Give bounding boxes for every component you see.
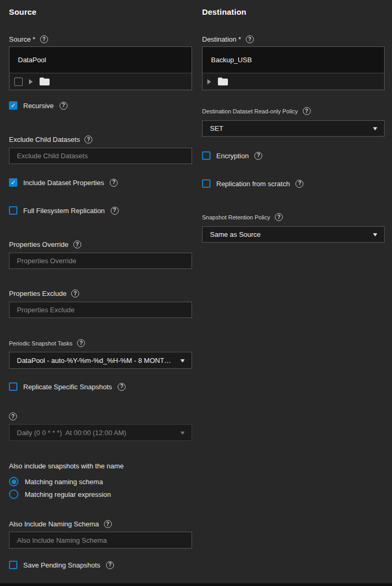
folder-icon[interactable] xyxy=(217,77,228,86)
chevron-down-icon: ▼ xyxy=(371,232,378,237)
from-scratch-label: Replication from scratch xyxy=(216,180,290,188)
readonly-policy-label-row: Destination Dataset Read-only Policy ? xyxy=(202,107,385,115)
help-icon[interactable]: ? xyxy=(104,520,112,528)
schedule-select: Daily (0 0 * * *) At 00:00 (12:00 AM) ▼ xyxy=(9,424,192,441)
schedule-help-row: ? xyxy=(9,412,192,420)
full-fs-label: Full Filesystem Replication xyxy=(23,207,105,215)
chevron-down-icon: ▼ xyxy=(371,126,378,131)
help-icon[interactable]: ? xyxy=(110,179,118,187)
replicate-specific-checkbox[interactable] xyxy=(9,382,17,391)
full-fs-row: Full Filesystem Replication ? xyxy=(9,206,192,215)
naming-schema-label: Also Include Naming Schema xyxy=(9,520,99,528)
help-icon[interactable]: ? xyxy=(275,213,283,221)
periodic-label: Periodic Snapshot Tasks xyxy=(9,340,72,347)
expand-caret-icon[interactable] xyxy=(207,79,211,84)
help-icon[interactable]: ? xyxy=(118,383,126,391)
exclude-label-row: Exclude Child Datasets ? xyxy=(9,136,192,143)
exclude-input[interactable] xyxy=(9,148,192,164)
folder-icon[interactable] xyxy=(39,77,50,86)
chevron-down-icon: ▼ xyxy=(179,358,186,363)
periodic-select-value: DataPool - auto-%Y-%m-%d_%H-%M - 8 MONTH… xyxy=(17,357,176,364)
readonly-policy-value: SET xyxy=(210,124,368,132)
props-override-label: Properties Override xyxy=(9,241,69,248)
from-scratch-checkbox[interactable] xyxy=(202,179,211,188)
help-icon[interactable]: ? xyxy=(73,241,81,248)
retention-value: Same as Source xyxy=(210,230,368,238)
readonly-policy-label: Destination Dataset Read-only Policy xyxy=(202,108,298,114)
naming-schema-radio-label: Matching naming schema xyxy=(25,478,103,486)
help-icon[interactable]: ? xyxy=(295,180,303,188)
help-icon[interactable]: ? xyxy=(77,339,85,347)
destination-dataset-tree: Backup_USB xyxy=(202,46,385,90)
recursive-row: Recursive ? xyxy=(9,101,192,110)
help-icon[interactable]: ? xyxy=(40,35,48,43)
also-include-title: Also include snapshots with the name xyxy=(9,462,192,470)
destination-picker-label-row: Destination * ? xyxy=(202,35,385,43)
retention-select[interactable]: Same as Source ▼ xyxy=(202,226,385,243)
help-icon[interactable]: ? xyxy=(84,136,92,143)
regex-radio-label: Matching regular expression xyxy=(25,491,111,498)
props-exclude-label-row: Properties Exclude ? xyxy=(9,290,192,297)
source-dataset-value[interactable]: DataPool xyxy=(9,47,192,73)
props-exclude-label: Properties Exclude xyxy=(9,290,66,297)
regex-radio[interactable] xyxy=(9,489,18,499)
replicate-specific-label: Replicate Specific Snapshots xyxy=(23,383,112,391)
periodic-label-row: Periodic Snapshot Tasks ? xyxy=(9,339,192,347)
panel-edge xyxy=(0,583,392,586)
source-dataset-tree-row[interactable] xyxy=(9,73,192,90)
replicate-specific-row: Replicate Specific Snapshots ? xyxy=(9,382,192,391)
full-fs-checkbox[interactable] xyxy=(9,206,17,215)
help-icon[interactable]: ? xyxy=(246,35,254,43)
schedule-select-value: Daily (0 0 * * *) At 00:00 (12:00 AM) xyxy=(17,429,176,437)
retention-label: Snapshot Retention Policy xyxy=(202,214,270,220)
expand-caret-icon[interactable] xyxy=(29,79,33,84)
save-pending-row: Save Pending Snapshots ? xyxy=(9,561,192,569)
source-dataset-tree: DataPool xyxy=(9,46,192,90)
readonly-policy-select[interactable]: SET ▼ xyxy=(202,120,385,137)
help-icon[interactable]: ? xyxy=(254,152,262,160)
include-props-label: Include Dataset Properties xyxy=(23,179,104,187)
naming-schema-label-row: Also Include Naming Schema ? xyxy=(9,520,192,528)
recursive-label: Recursive xyxy=(23,102,54,110)
naming-schema-radio[interactable] xyxy=(9,477,18,486)
include-props-checkbox[interactable] xyxy=(9,178,17,187)
help-icon[interactable]: ? xyxy=(303,107,311,115)
from-scratch-row: Replication from scratch ? xyxy=(202,179,385,188)
destination-heading: Destination xyxy=(202,7,385,16)
include-props-row: Include Dataset Properties ? xyxy=(9,178,192,187)
destination-picker-label: Destination * xyxy=(202,35,241,43)
source-section: Source Source * ? DataPool Recursive ? E… xyxy=(9,0,192,569)
props-exclude-input[interactable] xyxy=(9,302,192,318)
help-icon[interactable]: ? xyxy=(106,561,114,569)
chevron-down-icon: ▼ xyxy=(179,430,186,436)
destination-dataset-value[interactable]: Backup_USB xyxy=(203,47,384,73)
save-pending-checkbox[interactable] xyxy=(9,561,17,569)
source-picker-label: Source * xyxy=(9,35,35,43)
help-icon[interactable]: ? xyxy=(9,412,17,420)
radio-regex-row: Matching regular expression xyxy=(9,489,192,499)
save-pending-label: Save Pending Snapshots xyxy=(23,561,100,569)
help-icon[interactable]: ? xyxy=(60,102,68,110)
exclude-label: Exclude Child Datasets xyxy=(9,136,80,143)
source-picker-label-row: Source * ? xyxy=(9,35,192,43)
props-override-input[interactable] xyxy=(9,253,192,269)
radio-naming-schema-row: Matching naming schema xyxy=(9,477,192,486)
help-icon[interactable]: ? xyxy=(111,207,119,215)
dataset-checkbox[interactable] xyxy=(14,78,23,86)
recursive-checkbox[interactable] xyxy=(9,101,17,110)
destination-dataset-tree-row[interactable] xyxy=(203,73,384,90)
encryption-row: Encryption ? xyxy=(202,151,385,160)
retention-label-row: Snapshot Retention Policy ? xyxy=(202,213,385,221)
periodic-select[interactable]: DataPool - auto-%Y-%m-%d_%H-%M - 8 MONTH… xyxy=(9,352,192,369)
source-heading: Source xyxy=(9,7,192,16)
naming-schema-input[interactable] xyxy=(9,532,192,549)
help-icon[interactable]: ? xyxy=(71,290,79,297)
encryption-checkbox[interactable] xyxy=(202,151,211,160)
destination-section: Destination Destination * ? Backup_USB D… xyxy=(202,0,385,243)
encryption-label: Encryption xyxy=(216,152,248,160)
props-override-label-row: Properties Override ? xyxy=(9,241,192,248)
